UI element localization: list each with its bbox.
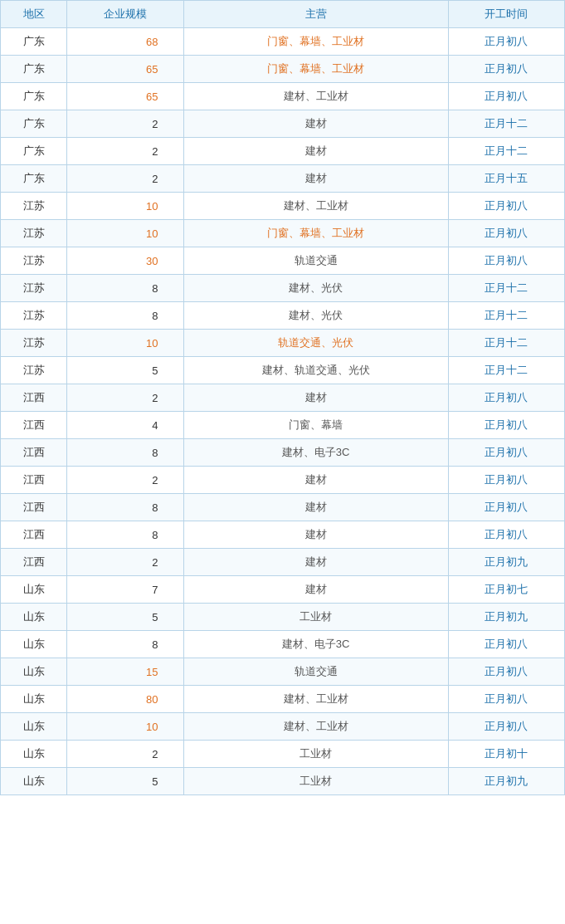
table-row: 江苏5建材、轨道交通、光伏正月十二 <box>1 357 565 384</box>
cell-time: 正月十五 <box>448 165 564 193</box>
table-row: 江苏10轨道交通、光伏正月十二 <box>1 330 565 357</box>
cell-time: 正月初八 <box>448 494 564 521</box>
cell-scale: 10 <box>67 713 183 741</box>
table-row: 江西8建材、电子3C正月初八 <box>1 439 565 467</box>
cell-time: 正月初十 <box>448 741 564 768</box>
cell-scale: 5 <box>67 768 183 795</box>
cell-scale: 68 <box>67 28 183 56</box>
cell-scale: 2 <box>67 138 183 165</box>
cell-region: 江西 <box>1 412 67 439</box>
header-time: 开工时间 <box>448 1 564 28</box>
cell-scale: 8 <box>67 439 183 467</box>
table-row: 山东80建材、工业材正月初八 <box>1 686 565 713</box>
cell-scale: 80 <box>67 686 183 713</box>
cell-scale: 65 <box>67 83 183 110</box>
cell-time: 正月十二 <box>448 110 564 138</box>
cell-region: 江苏 <box>1 357 67 384</box>
cell-region: 江苏 <box>1 330 67 357</box>
cell-region: 山东 <box>1 604 67 631</box>
cell-main: 建材 <box>183 467 448 494</box>
cell-main: 轨道交通 <box>183 247 448 275</box>
table-row: 江西8建材正月初八 <box>1 494 565 521</box>
table-row: 江西4门窗、幕墙正月初八 <box>1 412 565 439</box>
cell-scale: 15 <box>67 658 183 686</box>
table-row: 江苏30轨道交通正月初八 <box>1 247 565 275</box>
cell-time: 正月初八 <box>448 686 564 713</box>
cell-main: 建材、工业材 <box>183 713 448 741</box>
cell-time: 正月十二 <box>448 357 564 384</box>
table-row: 江西2建材正月初八 <box>1 467 565 494</box>
cell-main: 建材 <box>183 549 448 576</box>
cell-region: 山东 <box>1 741 67 768</box>
cell-main: 建材 <box>183 494 448 521</box>
cell-main: 建材 <box>183 138 448 165</box>
cell-region: 江西 <box>1 549 67 576</box>
cell-region: 广东 <box>1 56 67 83</box>
table-row: 江苏10门窗、幕墙、工业材正月初八 <box>1 220 565 247</box>
cell-time: 正月初九 <box>448 604 564 631</box>
cell-main: 建材、工业材 <box>183 686 448 713</box>
cell-main: 工业材 <box>183 604 448 631</box>
cell-time: 正月初八 <box>448 83 564 110</box>
cell-main: 门窗、幕墙 <box>183 412 448 439</box>
cell-region: 广东 <box>1 83 67 110</box>
cell-main: 建材、轨道交通、光伏 <box>183 357 448 384</box>
cell-main: 建材、光伏 <box>183 302 448 330</box>
cell-region: 山东 <box>1 686 67 713</box>
table-row: 江西8建材正月初八 <box>1 521 565 549</box>
cell-main: 门窗、幕墙、工业材 <box>183 28 448 56</box>
cell-region: 江西 <box>1 439 67 467</box>
cell-region: 广东 <box>1 138 67 165</box>
table-row: 山东5工业材正月初九 <box>1 768 565 795</box>
cell-scale: 8 <box>67 494 183 521</box>
cell-time: 正月初八 <box>448 56 564 83</box>
cell-time: 正月初八 <box>448 713 564 741</box>
cell-region: 江西 <box>1 467 67 494</box>
cell-time: 正月初八 <box>448 28 564 56</box>
table-row: 山东15轨道交通正月初八 <box>1 658 565 686</box>
cell-scale: 2 <box>67 110 183 138</box>
cell-main: 工业材 <box>183 768 448 795</box>
cell-time: 正月初八 <box>448 412 564 439</box>
cell-region: 山东 <box>1 631 67 658</box>
cell-main: 建材 <box>183 521 448 549</box>
header-scale: 企业规模 <box>67 1 183 28</box>
cell-scale: 2 <box>67 165 183 193</box>
cell-scale: 10 <box>67 193 183 220</box>
table-row: 山东8建材、电子3C正月初八 <box>1 631 565 658</box>
table-row: 山东2工业材正月初十 <box>1 741 565 768</box>
table-row: 广东2建材正月十五 <box>1 165 565 193</box>
cell-region: 山东 <box>1 713 67 741</box>
cell-scale: 2 <box>67 741 183 768</box>
cell-scale: 5 <box>67 604 183 631</box>
cell-scale: 5 <box>67 357 183 384</box>
cell-region: 江西 <box>1 494 67 521</box>
cell-scale: 65 <box>67 56 183 83</box>
cell-scale: 10 <box>67 330 183 357</box>
cell-time: 正月初八 <box>448 193 564 220</box>
cell-region: 广东 <box>1 110 67 138</box>
table-row: 山东7建材正月初七 <box>1 576 565 604</box>
cell-main: 轨道交通、光伏 <box>183 330 448 357</box>
cell-time: 正月初八 <box>448 439 564 467</box>
cell-main: 建材 <box>183 576 448 604</box>
cell-region: 山东 <box>1 576 67 604</box>
table-row: 江西2建材正月初九 <box>1 549 565 576</box>
cell-scale: 8 <box>67 275 183 302</box>
cell-time: 正月初八 <box>448 247 564 275</box>
cell-region: 江苏 <box>1 220 67 247</box>
table-row: 山东5工业材正月初九 <box>1 604 565 631</box>
cell-scale: 8 <box>67 302 183 330</box>
cell-main: 建材、工业材 <box>183 83 448 110</box>
cell-time: 正月十二 <box>448 302 564 330</box>
cell-time: 正月初八 <box>448 220 564 247</box>
cell-region: 江西 <box>1 384 67 412</box>
cell-main: 建材、工业材 <box>183 193 448 220</box>
cell-scale: 2 <box>67 467 183 494</box>
cell-main: 工业材 <box>183 741 448 768</box>
cell-time: 正月初八 <box>448 521 564 549</box>
cell-region: 江西 <box>1 521 67 549</box>
cell-main: 门窗、幕墙、工业材 <box>183 220 448 247</box>
cell-scale: 30 <box>67 247 183 275</box>
cell-main: 轨道交通 <box>183 658 448 686</box>
